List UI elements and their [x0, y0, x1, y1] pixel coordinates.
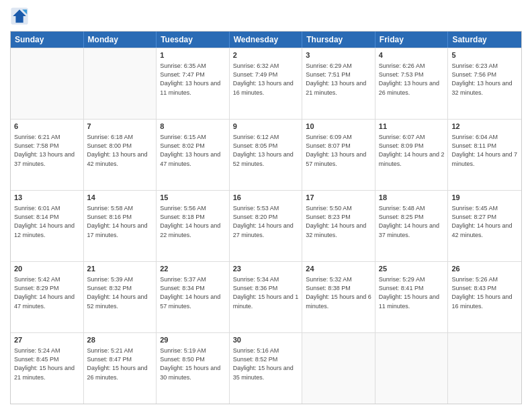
cell-info: Sunrise: 6:09 AMSunset: 8:07 PMDaylight:…: [306, 133, 371, 168]
table-row: 23Sunrise: 5:34 AMSunset: 8:36 PMDayligh…: [230, 262, 303, 332]
day-number: 3: [306, 50, 371, 60]
cell-info: Sunrise: 5:56 AMSunset: 8:18 PMDaylight:…: [160, 204, 226, 239]
table-row: 10Sunrise: 6:09 AMSunset: 8:07 PMDayligh…: [302, 120, 375, 190]
cell-info: Sunrise: 6:04 AMSunset: 8:11 PMDaylight:…: [451, 133, 518, 168]
table-row: 6Sunrise: 6:21 AMSunset: 7:58 PMDaylight…: [11, 120, 84, 190]
day-number: 23: [233, 264, 299, 274]
day-number: 9: [233, 122, 299, 132]
logo-icon: [10, 7, 29, 26]
week-row-2: 6Sunrise: 6:21 AMSunset: 7:58 PMDaylight…: [11, 119, 521, 190]
table-row: 1Sunrise: 6:35 AMSunset: 7:47 PMDaylight…: [157, 48, 230, 119]
cell-info: Sunrise: 6:07 AMSunset: 8:09 PMDaylight:…: [379, 133, 445, 168]
week-row-3: 13Sunrise: 6:01 AMSunset: 8:14 PMDayligh…: [11, 190, 521, 261]
page: SundayMondayTuesdayWednesdayThursdayFrid…: [0, 0, 532, 411]
table-row: 24Sunrise: 5:32 AMSunset: 8:38 PMDayligh…: [302, 262, 375, 332]
table-row: [302, 333, 375, 404]
day-number: 18: [379, 193, 445, 203]
table-row: 18Sunrise: 5:48 AMSunset: 8:25 PMDayligh…: [375, 191, 449, 261]
header-day-friday: Friday: [375, 32, 449, 48]
table-row: 13Sunrise: 6:01 AMSunset: 8:14 PMDayligh…: [11, 191, 84, 261]
table-row: 21Sunrise: 5:39 AMSunset: 8:32 PMDayligh…: [84, 262, 157, 332]
day-number: 2: [233, 50, 299, 60]
day-number: 22: [160, 264, 226, 274]
calendar: SundayMondayTuesdayWednesdayThursdayFrid…: [10, 31, 522, 404]
day-number: 25: [379, 264, 445, 274]
day-number: 29: [160, 335, 226, 345]
table-row: 16Sunrise: 5:53 AMSunset: 8:20 PMDayligh…: [230, 191, 303, 261]
day-number: 24: [306, 264, 371, 274]
cell-info: Sunrise: 5:39 AMSunset: 8:32 PMDaylight:…: [87, 275, 153, 310]
day-number: 14: [87, 193, 153, 203]
day-number: 17: [306, 193, 371, 203]
header-day-wednesday: Wednesday: [230, 32, 303, 48]
day-number: 4: [379, 50, 445, 60]
day-number: 30: [233, 335, 299, 345]
cell-info: Sunrise: 5:48 AMSunset: 8:25 PMDaylight:…: [379, 204, 445, 239]
cell-info: Sunrise: 5:21 AMSunset: 8:47 PMDaylight:…: [87, 347, 153, 381]
cell-info: Sunrise: 6:18 AMSunset: 8:00 PMDaylight:…: [87, 133, 153, 168]
day-number: 12: [451, 122, 518, 132]
day-number: 16: [233, 193, 299, 203]
cell-info: Sunrise: 5:32 AMSunset: 8:38 PMDaylight:…: [306, 275, 371, 310]
table-row: 9Sunrise: 6:12 AMSunset: 8:05 PMDaylight…: [230, 120, 303, 190]
day-number: 10: [306, 122, 371, 132]
day-number: 13: [14, 193, 80, 203]
table-row: 29Sunrise: 5:19 AMSunset: 8:50 PMDayligh…: [157, 333, 230, 404]
cell-info: Sunrise: 5:42 AMSunset: 8:29 PMDaylight:…: [14, 275, 80, 310]
table-row: 25Sunrise: 5:29 AMSunset: 8:41 PMDayligh…: [375, 262, 449, 332]
week-row-5: 27Sunrise: 5:24 AMSunset: 8:45 PMDayligh…: [11, 332, 521, 404]
table-row: [448, 333, 521, 404]
header-day-sunday: Sunday: [11, 32, 84, 48]
cell-info: Sunrise: 6:01 AMSunset: 8:14 PMDaylight:…: [14, 204, 80, 239]
table-row: 28Sunrise: 5:21 AMSunset: 8:47 PMDayligh…: [84, 333, 157, 404]
cell-info: Sunrise: 6:23 AMSunset: 7:56 PMDaylight:…: [451, 62, 518, 97]
table-row: 3Sunrise: 6:29 AMSunset: 7:51 PMDaylight…: [302, 48, 375, 119]
day-number: 19: [451, 193, 518, 203]
table-row: 19Sunrise: 5:45 AMSunset: 8:27 PMDayligh…: [448, 191, 521, 261]
day-number: 21: [87, 264, 153, 274]
cell-info: Sunrise: 6:12 AMSunset: 8:05 PMDaylight:…: [233, 133, 299, 168]
cell-info: Sunrise: 5:53 AMSunset: 8:20 PMDaylight:…: [233, 204, 299, 239]
table-row: 4Sunrise: 6:26 AMSunset: 7:53 PMDaylight…: [375, 48, 449, 119]
header-day-tuesday: Tuesday: [157, 32, 230, 48]
table-row: 12Sunrise: 6:04 AMSunset: 8:11 PMDayligh…: [448, 120, 521, 190]
cell-info: Sunrise: 5:34 AMSunset: 8:36 PMDaylight:…: [233, 275, 299, 310]
cell-info: Sunrise: 6:29 AMSunset: 7:51 PMDaylight:…: [306, 62, 371, 97]
week-row-1: 1Sunrise: 6:35 AMSunset: 7:47 PMDaylight…: [11, 48, 521, 119]
day-number: 6: [14, 122, 80, 132]
day-number: 28: [87, 335, 153, 345]
table-row: [84, 48, 157, 119]
header: [10, 7, 522, 26]
header-day-saturday: Saturday: [448, 32, 521, 48]
cell-info: Sunrise: 6:35 AMSunset: 7:47 PMDaylight:…: [160, 62, 226, 97]
table-row: 26Sunrise: 5:26 AMSunset: 8:43 PMDayligh…: [448, 262, 521, 332]
table-row: 30Sunrise: 5:16 AMSunset: 8:52 PMDayligh…: [230, 333, 303, 404]
day-number: 5: [451, 50, 518, 60]
day-number: 7: [87, 122, 153, 132]
cell-info: Sunrise: 5:19 AMSunset: 8:50 PMDaylight:…: [160, 347, 226, 381]
cell-info: Sunrise: 5:29 AMSunset: 8:41 PMDaylight:…: [379, 275, 445, 310]
table-row: 5Sunrise: 6:23 AMSunset: 7:56 PMDaylight…: [448, 48, 521, 119]
day-number: 15: [160, 193, 226, 203]
table-row: 17Sunrise: 5:50 AMSunset: 8:23 PMDayligh…: [302, 191, 375, 261]
day-number: 26: [451, 264, 518, 274]
table-row: 15Sunrise: 5:56 AMSunset: 8:18 PMDayligh…: [157, 191, 230, 261]
day-number: 1: [160, 50, 226, 60]
day-number: 8: [160, 122, 226, 132]
cell-info: Sunrise: 6:21 AMSunset: 7:58 PMDaylight:…: [14, 133, 80, 168]
calendar-body: 1Sunrise: 6:35 AMSunset: 7:47 PMDaylight…: [11, 48, 521, 404]
table-row: 11Sunrise: 6:07 AMSunset: 8:09 PMDayligh…: [375, 120, 449, 190]
day-number: 20: [14, 264, 80, 274]
table-row: 8Sunrise: 6:15 AMSunset: 8:02 PMDaylight…: [157, 120, 230, 190]
table-row: 7Sunrise: 6:18 AMSunset: 8:00 PMDaylight…: [84, 120, 157, 190]
cell-info: Sunrise: 6:32 AMSunset: 7:49 PMDaylight:…: [233, 62, 299, 97]
cell-info: Sunrise: 5:26 AMSunset: 8:43 PMDaylight:…: [451, 275, 518, 310]
logo: [10, 7, 32, 26]
table-row: 22Sunrise: 5:37 AMSunset: 8:34 PMDayligh…: [157, 262, 230, 332]
cell-info: Sunrise: 6:15 AMSunset: 8:02 PMDaylight:…: [160, 133, 226, 168]
cell-info: Sunrise: 5:50 AMSunset: 8:23 PMDaylight:…: [306, 204, 371, 239]
week-row-4: 20Sunrise: 5:42 AMSunset: 8:29 PMDayligh…: [11, 261, 521, 332]
cell-info: Sunrise: 5:24 AMSunset: 8:45 PMDaylight:…: [14, 347, 80, 381]
day-number: 11: [379, 122, 445, 132]
cell-info: Sunrise: 5:45 AMSunset: 8:27 PMDaylight:…: [451, 204, 518, 239]
